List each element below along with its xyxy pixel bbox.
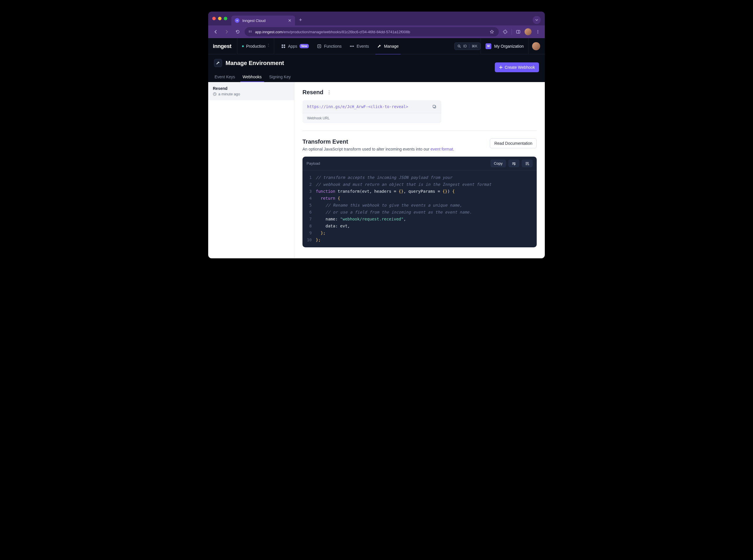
code-line: 3function transform(evt, headers = {}, q… bbox=[303, 188, 537, 195]
browser-tabbar: ✦ Inngest Cloud ✕ + bbox=[208, 12, 545, 25]
arrow-right-icon bbox=[225, 29, 229, 34]
webhook-item-time: a minute ago bbox=[213, 92, 289, 96]
plus-icon bbox=[499, 65, 503, 69]
environment-selector[interactable]: Production ˄˅ bbox=[237, 38, 274, 54]
code-line: 10}; bbox=[303, 236, 537, 243]
app-header: inngest Production ˄˅ Apps New Functions… bbox=[208, 38, 545, 54]
transform-title: Transform Event bbox=[303, 138, 454, 145]
svg-rect-9 bbox=[282, 46, 283, 48]
page-tabs: Event Keys Webhooks Signing Key bbox=[214, 72, 539, 82]
minimize-window-button[interactable] bbox=[218, 17, 221, 20]
browser-tab[interactable]: ✦ Inngest Cloud ✕ bbox=[231, 16, 295, 25]
read-documentation-button[interactable]: Read Documentation bbox=[490, 138, 537, 148]
reload-icon bbox=[235, 29, 240, 34]
clock-icon bbox=[213, 92, 217, 96]
wrench-icon bbox=[214, 59, 222, 67]
tab-signing-key[interactable]: Signing Key bbox=[269, 72, 291, 82]
chevron-updown-icon: ˄˅ bbox=[268, 44, 269, 48]
search-icon bbox=[458, 44, 461, 48]
copy-url-button[interactable] bbox=[432, 105, 437, 109]
transform-header-row: Transform Event An optional JavaScript t… bbox=[303, 138, 537, 152]
close-tab-icon[interactable]: ✕ bbox=[288, 18, 291, 23]
wrap-icon bbox=[512, 162, 516, 165]
sidepanel-button[interactable] bbox=[515, 28, 522, 35]
webhook-item-time-text: a minute ago bbox=[218, 92, 240, 96]
code-line: 9 }; bbox=[303, 229, 537, 236]
forward-button[interactable] bbox=[223, 28, 231, 36]
code-line: 1// transform accepts the incoming JSON … bbox=[303, 174, 537, 181]
apps-icon bbox=[281, 44, 286, 48]
chevron-down-icon bbox=[535, 18, 538, 22]
bookmark-button[interactable] bbox=[488, 28, 495, 35]
code-line: 6 // or use a field from the incoming ev… bbox=[303, 208, 537, 216]
nav-events[interactable]: Events bbox=[346, 38, 373, 54]
copy-code-button[interactable]: Copy bbox=[490, 160, 506, 167]
transform-desc-suffix: . bbox=[453, 147, 454, 152]
code-panel: Payload Copy 1// transform accepts the i… bbox=[303, 157, 537, 247]
code-header: Payload Copy bbox=[303, 157, 537, 171]
extensions-button[interactable] bbox=[502, 28, 509, 35]
svg-rect-11 bbox=[318, 44, 321, 48]
logo[interactable]: inngest bbox=[213, 43, 237, 49]
webhook-url[interactable]: https://inn.gs/e/JcH_ArwF-<click-to-reve… bbox=[307, 104, 408, 109]
window-controls bbox=[212, 17, 227, 20]
status-dot-icon bbox=[242, 45, 244, 47]
nav-functions[interactable]: Functions bbox=[313, 38, 346, 54]
wrench-icon bbox=[377, 44, 382, 48]
svg-rect-7 bbox=[282, 44, 283, 46]
format-code-button[interactable] bbox=[522, 160, 533, 167]
tab-event-keys[interactable]: Event Keys bbox=[214, 72, 236, 82]
code-editor[interactable]: 1// transform accepts the incoming JSON … bbox=[303, 171, 537, 247]
main-nav: Apps New Functions Events Manage bbox=[277, 38, 403, 54]
webhook-list-item[interactable]: Resend a minute ago bbox=[208, 82, 294, 100]
svg-point-15 bbox=[458, 45, 460, 47]
user-avatar[interactable] bbox=[532, 42, 540, 50]
create-webhook-label: Create Webhook bbox=[505, 65, 535, 69]
page-body: Resend a minute ago Resend ⋮ https://inn… bbox=[208, 82, 545, 258]
page-title-row: Manage Environment bbox=[214, 59, 539, 67]
copy-icon bbox=[432, 105, 437, 109]
nav-functions-label: Functions bbox=[324, 44, 342, 48]
create-webhook-button[interactable]: Create Webhook bbox=[495, 62, 539, 72]
tab-webhooks[interactable]: Webhooks bbox=[242, 72, 262, 82]
new-badge: New bbox=[300, 44, 309, 48]
section-divider bbox=[303, 131, 537, 131]
code-line: 2// webhook and must return an object th… bbox=[303, 181, 537, 188]
detail-header: Resend ⋮ bbox=[303, 89, 537, 96]
cmdk-right-label: ⌘K bbox=[471, 44, 478, 48]
back-button[interactable] bbox=[212, 28, 220, 36]
browser-menu-button[interactable] bbox=[534, 28, 541, 35]
detail-menu-button[interactable]: ⋮ bbox=[327, 89, 331, 95]
command-palette-button[interactable]: ID ⌘K bbox=[454, 42, 481, 50]
transform-desc-prefix: An optional JavaScript transform used to… bbox=[303, 147, 430, 152]
url-path: /env/production/manage/webhooks/81c26bc6… bbox=[283, 30, 410, 34]
transform-description: An optional JavaScript transform used to… bbox=[303, 147, 454, 152]
star-icon bbox=[489, 29, 494, 34]
code-line: 5 // Rename this webhook to give the eve… bbox=[303, 202, 537, 208]
code-header-label: Payload bbox=[307, 161, 320, 165]
browser-addressbar: app.inngest.com/env/production/manage/we… bbox=[208, 25, 545, 38]
svg-point-13 bbox=[351, 46, 352, 47]
new-tab-button[interactable]: + bbox=[299, 17, 302, 23]
svg-rect-19 bbox=[433, 105, 435, 107]
maximize-window-button[interactable] bbox=[224, 17, 227, 20]
reload-button[interactable] bbox=[234, 28, 242, 36]
organization-selector[interactable]: M My Organization bbox=[481, 38, 528, 54]
event-format-link[interactable]: event format bbox=[430, 147, 453, 152]
url-input[interactable]: app.inngest.com/env/production/manage/we… bbox=[245, 27, 499, 36]
nav-manage[interactable]: Manage bbox=[373, 38, 403, 54]
toolbar-separator bbox=[511, 29, 512, 35]
close-window-button[interactable] bbox=[212, 17, 216, 20]
browser-profile-avatar[interactable] bbox=[524, 28, 532, 35]
nav-manage-label: Manage bbox=[384, 44, 399, 48]
site-settings-icon[interactable] bbox=[248, 30, 252, 34]
svg-point-14 bbox=[353, 46, 354, 47]
webhook-detail: Resend ⋮ https://inn.gs/e/JcH_ArwF-<clic… bbox=[294, 82, 545, 258]
cmdk-separator bbox=[469, 44, 469, 48]
tabbar-overflow-button[interactable] bbox=[533, 16, 541, 24]
webhook-url-label: Webhook URL bbox=[303, 113, 441, 123]
org-name: My Organization bbox=[494, 44, 524, 48]
nav-apps[interactable]: Apps New bbox=[277, 38, 313, 54]
wrap-lines-button[interactable] bbox=[508, 160, 519, 167]
detail-title: Resend bbox=[303, 89, 323, 96]
